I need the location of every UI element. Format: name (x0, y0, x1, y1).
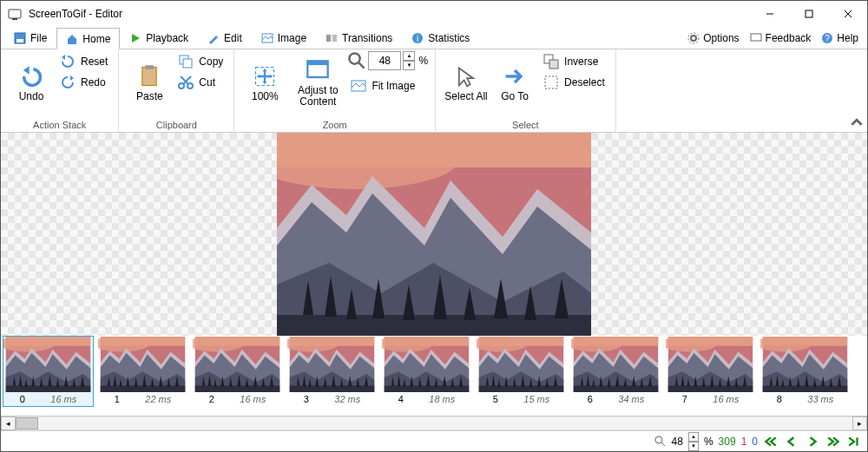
status-zoom-value: 48 (672, 436, 683, 448)
svg-rect-18 (9, 10, 21, 18)
maximize-button[interactable] (789, 1, 828, 27)
tab-statistics[interactable]: i Statistics (402, 27, 479, 49)
group-select: Select All Go To Inverse Deselect Select (436, 49, 616, 132)
reset-button[interactable]: Reset (56, 51, 111, 72)
magnifier-icon (654, 436, 667, 448)
thumbnail-image (477, 337, 566, 392)
svg-rect-37 (183, 59, 192, 68)
tab-file[interactable]: File (4, 27, 56, 49)
svg-point-43 (350, 53, 360, 63)
collapse-ribbon-button[interactable] (846, 49, 867, 132)
home-icon (66, 33, 78, 45)
select-all-button[interactable]: Select All (443, 51, 490, 115)
svg-rect-48 (545, 76, 557, 88)
status-bar: 48 ▲▼ % 309 1 0 (1, 430, 867, 451)
fit-image-icon (351, 78, 366, 94)
tab-edit[interactable]: Edit (198, 27, 252, 49)
svg-rect-19 (12, 18, 17, 20)
thumbnail-scrollbar[interactable]: ◂ ▸ (1, 416, 867, 430)
svg-rect-42 (308, 61, 328, 65)
undo-button[interactable]: Undo (8, 51, 55, 115)
canvas-area[interactable] (1, 133, 867, 336)
ribbon: Undo Reset Redo Action Stack Paste (1, 49, 867, 133)
tab-image[interactable]: Image (252, 27, 316, 49)
inverse-button[interactable]: Inverse (540, 51, 608, 72)
svg-point-30 (688, 33, 699, 43)
svg-rect-21 (806, 10, 812, 17)
svg-text:?: ? (825, 34, 831, 43)
svg-line-44 (359, 62, 365, 68)
tab-home[interactable]: Home (56, 28, 120, 49)
frame-thumbnail[interactable]: 418 ms (381, 336, 472, 407)
status-clipboard-count: 0 (752, 436, 758, 448)
feedback-button[interactable]: Feedback (745, 27, 817, 49)
frame-thumbnail[interactable]: 122 ms (97, 336, 188, 407)
inverse-icon (543, 54, 559, 69)
reset-icon (60, 54, 76, 69)
svg-text:i: i (417, 34, 418, 43)
minimize-button[interactable] (750, 1, 789, 27)
group-clipboard: Paste Copy Cut Clipboard (119, 49, 234, 132)
tab-playback[interactable]: Playback (120, 27, 198, 49)
status-total-frames: 309 (719, 436, 736, 448)
scroll-track[interactable] (16, 416, 852, 430)
svg-rect-26 (332, 35, 337, 42)
scissors-icon (178, 75, 194, 90)
gear-icon (687, 32, 700, 44)
paste-button[interactable]: Paste (126, 51, 173, 115)
scroll-handle[interactable] (16, 417, 38, 429)
tab-transitions[interactable]: Transitions (316, 27, 402, 49)
redo-icon (60, 75, 76, 90)
thumbnail-image (193, 337, 282, 392)
group-label-clipboard: Clipboard (126, 118, 227, 130)
frame-thumbnail[interactable]: 634 ms (570, 336, 661, 407)
scroll-left-button[interactable]: ◂ (1, 416, 16, 430)
svg-rect-35 (146, 65, 154, 69)
group-action-stack: Undo Reset Redo Action Stack (1, 49, 119, 132)
adjust-to-content-button[interactable]: Adjust to Content (290, 51, 345, 115)
undo-icon (19, 64, 43, 88)
frame-thumbnail[interactable]: 833 ms (760, 336, 851, 407)
thumbnail-image (760, 337, 850, 392)
window-title: ScreenToGif - Editor (29, 8, 750, 20)
frame-thumbnail[interactable]: 716 ms (665, 336, 756, 407)
close-button[interactable] (828, 1, 867, 27)
copy-button[interactable]: Copy (174, 51, 227, 72)
redo-button[interactable]: Redo (56, 72, 111, 93)
nav-last-button[interactable] (825, 434, 841, 449)
nav-prev-button[interactable] (784, 434, 799, 449)
zoom-100-button[interactable]: 100% (241, 51, 288, 115)
deselect-button[interactable]: Deselect (540, 72, 608, 93)
svg-point-29 (691, 36, 696, 41)
frame-thumbnail[interactable]: 016 ms (3, 336, 94, 407)
status-zoom-spinner[interactable]: ▲▼ (688, 432, 699, 451)
window-fit-icon (306, 59, 330, 83)
zoom-spinner[interactable]: ▲▼ (403, 51, 415, 70)
options-button[interactable]: Options (682, 27, 744, 49)
zoom-value-input[interactable] (368, 51, 401, 70)
nav-next-button[interactable] (805, 434, 820, 449)
svg-point-49 (655, 436, 662, 443)
nav-first-button[interactable] (763, 434, 779, 449)
titlebar: ScreenToGif - Editor (1, 1, 867, 27)
clipboard-icon (137, 64, 161, 88)
cut-button[interactable]: Cut (174, 72, 227, 93)
svg-rect-31 (751, 34, 761, 41)
frame-thumbnail[interactable]: 332 ms (286, 336, 378, 407)
thumbnail-image (3, 337, 93, 392)
transitions-icon (326, 32, 338, 44)
frame-thumbnail[interactable]: 515 ms (476, 336, 567, 407)
status-selected-count: 1 (741, 436, 747, 448)
scroll-right-button[interactable]: ▸ (852, 416, 867, 430)
help-button[interactable]: ? Help (816, 27, 864, 49)
fit-image-button[interactable]: Fit Image (347, 75, 428, 96)
frame-thumbnail-strip: 016 ms 122 ms 216 ms 332 ms 418 ms 515 m… (1, 336, 867, 416)
current-frame-image (277, 133, 591, 336)
nav-end-button[interactable] (846, 434, 862, 449)
goto-button[interactable]: Go To (491, 51, 538, 115)
pencil-icon (207, 32, 220, 44)
copy-icon (178, 54, 194, 69)
goto-arrow-icon (503, 64, 527, 88)
feedback-icon (750, 32, 762, 44)
frame-thumbnail[interactable]: 216 ms (192, 336, 283, 407)
